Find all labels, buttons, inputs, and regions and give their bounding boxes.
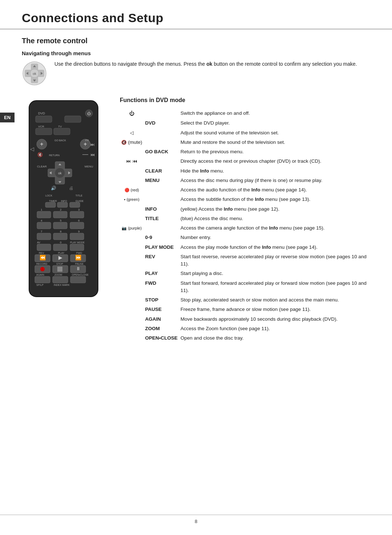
func-desc: Access the play mode function of the Inf… <box>179 243 370 252</box>
func-icon <box>120 166 144 176</box>
svg-text:PLAY MODE: PLAY MODE <box>70 241 85 244</box>
svg-text:PAUSE: PAUSE <box>75 263 84 265</box>
svg-text:CLEAR: CLEAR <box>37 165 47 168</box>
func-desc: Start fast reverse, reverse accelerated … <box>179 252 370 269</box>
svg-rect-58 <box>37 211 51 218</box>
func-desc: Move backwards approximately 10 seconds … <box>179 315 370 324</box>
func-icon <box>120 333 144 343</box>
page-title: Connections and Setup <box>22 11 370 25</box>
remote-wrapper: DVD ⏻ VCR TV + <box>22 97 109 301</box>
func-label: PLAY <box>144 269 179 278</box>
svg-text:INFO: INFO <box>61 200 67 202</box>
svg-rect-16 <box>65 116 81 122</box>
svg-text:PLAY: PLAY <box>58 252 65 254</box>
func-desc: Number entry. <box>179 233 370 242</box>
svg-text:ok: ok <box>58 171 62 175</box>
svg-text:+: + <box>40 141 43 147</box>
svg-rect-101 <box>53 276 68 283</box>
func-desc: Select the DVD player. <box>179 118 370 128</box>
func-row-mute: 🔇 (mute) Mute and restore the sound of t… <box>120 138 370 147</box>
func-desc: Start fast forward, forward accelerated … <box>179 279 370 296</box>
svg-rect-78 <box>70 244 84 251</box>
svg-text:AV: AV <box>37 241 40 244</box>
svg-text:⏸: ⏸ <box>76 266 81 271</box>
func-icon <box>120 233 144 242</box>
svg-text:⏮: ⏮ <box>90 152 95 157</box>
func-desc: Freeze frame, frame advance or slow moti… <box>179 305 370 314</box>
functions-area: Functions in DVD mode ⏻ Switch the appli… <box>120 97 370 343</box>
functions-title: Functions in DVD mode <box>120 97 370 104</box>
func-icon: ▪ (green) <box>120 195 144 204</box>
func-desc: Switch the appliance on and off. <box>179 109 370 118</box>
func-label: OPEN•CLOSE <box>144 333 179 343</box>
func-row-red: 🔴 (red) Access the audio function of the… <box>120 185 370 195</box>
func-icon <box>120 305 144 314</box>
func-desc: Return to the previous menu. <box>179 147 370 157</box>
svg-rect-65 <box>53 222 67 229</box>
svg-text:REV: REV <box>39 252 44 254</box>
svg-text:ok: ok <box>33 72 36 76</box>
svg-rect-102 <box>70 276 86 283</box>
svg-rect-100 <box>35 276 50 283</box>
func-label: AGAIN <box>144 315 179 324</box>
svg-text:6: 6 <box>78 219 80 222</box>
svg-rect-64 <box>37 222 51 229</box>
svg-text:◁: ◁ <box>30 146 34 152</box>
svg-text:0: 0 <box>60 241 62 244</box>
func-row-title: TITLE (blue) Access the disc menu. <box>120 214 370 223</box>
svg-text:2: 2 <box>60 208 62 211</box>
func-label: STOP <box>144 295 179 305</box>
svg-text:▶: ▶ <box>58 255 62 260</box>
svg-rect-76 <box>37 244 51 251</box>
func-label: 0-9 <box>144 233 179 242</box>
func-label: PLAY MODE <box>144 243 179 252</box>
page-number: 8 <box>195 519 197 524</box>
svg-text:⏻: ⏻ <box>87 112 91 115</box>
func-label: MENU <box>144 176 179 185</box>
func-icon: 🔇 (mute) <box>120 138 144 147</box>
func-row-fwd: FWD Start fast forward, forward accelera… <box>120 279 370 296</box>
func-icon: 📷 (purple) <box>120 223 144 233</box>
func-row-pause: PAUSE Freeze frame, frame advance or slo… <box>120 305 370 314</box>
func-row-09: 0-9 Number entry. <box>120 233 370 242</box>
svg-text:RECORD: RECORD <box>36 263 47 265</box>
func-icon: ◁ <box>120 128 144 138</box>
svg-text:TIMER: TIMER <box>49 200 57 202</box>
func-icon <box>120 118 144 128</box>
svg-rect-20 <box>54 128 70 135</box>
svg-rect-53 <box>70 202 80 207</box>
func-icon <box>120 279 144 296</box>
func-icon <box>120 252 144 269</box>
func-row-info: INFO (yellow) Access the Info menu (see … <box>120 204 370 214</box>
func-row-rev: REV Start fast reverse, reverse accelera… <box>120 252 370 269</box>
func-desc: Hide the Info menu. <box>179 166 370 176</box>
func-desc: Access the Zoom function (see page 11). <box>179 324 370 333</box>
svg-rect-77 <box>53 244 67 251</box>
func-label: CLEAR <box>144 166 179 176</box>
direction-pad-icon: ok <box>22 61 47 86</box>
func-icon <box>120 176 144 185</box>
func-row-menu: MENU Access the disc menu during play (i… <box>120 176 370 185</box>
svg-text:SP/LP: SP/LP <box>36 284 44 286</box>
svg-text:8: 8 <box>60 230 62 233</box>
svg-text:4: 4 <box>41 219 42 222</box>
section-title: The remote control <box>22 37 370 45</box>
remote-svg: DVD ⏻ VCR TV + <box>22 97 105 300</box>
func-desc: Directly access the next or previous cha… <box>179 157 370 166</box>
func-desc: Access the audio function of the Info me… <box>179 185 370 195</box>
func-icon <box>120 147 144 157</box>
svg-text:TV: TV <box>58 125 62 128</box>
func-row-play: PLAY Start playing a disc. <box>120 269 370 278</box>
en-badge: EN <box>0 113 15 122</box>
svg-text:VCR: VCR <box>38 125 44 128</box>
svg-text:ZOOM: ZOOM <box>54 273 62 276</box>
svg-text:3: 3 <box>78 208 80 211</box>
func-row-volume: ◁ Adjust the sound volume of the televis… <box>120 128 370 138</box>
svg-text:+: + <box>83 141 87 147</box>
func-label <box>144 223 179 233</box>
svg-text:5: 5 <box>60 219 62 222</box>
func-label: TITLE <box>144 214 179 223</box>
svg-rect-59 <box>53 211 67 218</box>
subsection-nav-title: Navigating through menus <box>22 50 370 56</box>
svg-text:DVD: DVD <box>38 112 45 115</box>
